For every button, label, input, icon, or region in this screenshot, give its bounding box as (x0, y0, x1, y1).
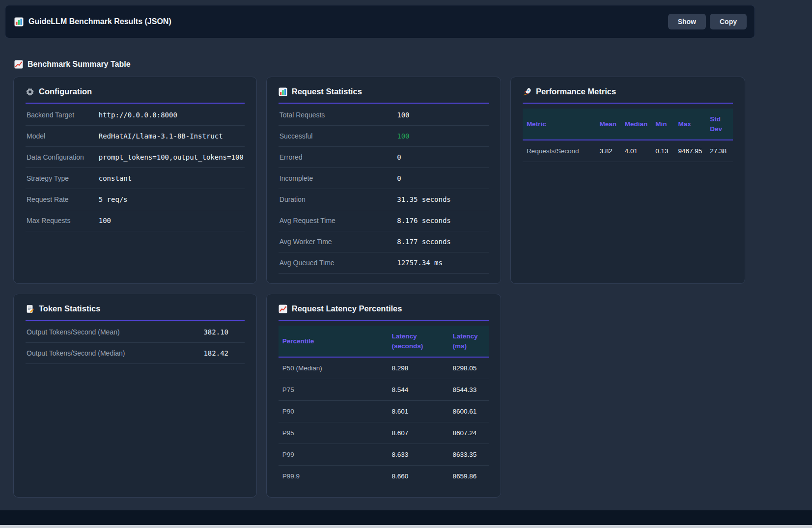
column-header: Latency (ms) (449, 326, 489, 357)
footer-bar (0, 510, 812, 525)
row-label: Duration (279, 189, 396, 210)
row-value: 8.176 seconds (396, 210, 489, 231)
show-button[interactable]: Show (668, 14, 706, 29)
latency-percentiles-table: Percentile Latency (seconds) Latency (ms… (279, 326, 489, 487)
cell-percentile: P95 (279, 422, 388, 444)
table-row: P99.9 8.660 8659.86 (279, 466, 489, 487)
content-container: GuideLLM Benchmark Results (JSON) Show C… (5, 5, 755, 498)
row-label: Incomplete (279, 168, 396, 189)
row-value: 31.35 seconds (396, 189, 489, 210)
row-value: 5 req/s (98, 189, 245, 210)
card-header: Configuration (26, 87, 245, 104)
cell-latency-ms: 8298.05 (449, 357, 489, 379)
column-header: Latency (seconds) (388, 326, 448, 357)
card-title: Configuration (39, 87, 92, 96)
row-label: Avg Queued Time (279, 252, 396, 274)
row-value: constant (98, 168, 245, 189)
row-label: Backend Target (26, 105, 98, 126)
row-value: prompt_tokens=100,output_tokens=100 (98, 147, 245, 168)
table-row: P95 8.607 8607.24 (279, 422, 489, 444)
latency-percentiles-card: Request Latency Percentiles Percentile L… (266, 294, 501, 498)
row-value: 8.177 seconds (396, 231, 489, 252)
table-row: Incomplete 0 (279, 168, 489, 189)
cell-percentile: P50 (Median) (279, 357, 388, 379)
header-bar: GuideLLM Benchmark Results (JSON) Show C… (5, 5, 755, 38)
row-value: 0 (396, 147, 489, 168)
column-header: Mean (596, 109, 621, 140)
header-actions: Show Copy (668, 14, 747, 29)
rocket-icon (523, 87, 532, 96)
row-value: RedHatAI/Llama-3.1-8B-Instruct (98, 126, 245, 147)
section-title-text: Benchmark Summary Table (28, 60, 131, 69)
request-statistics-card: Request Statistics Total Requests 100 Su… (266, 77, 501, 284)
card-title: Performance Metrics (536, 87, 616, 96)
table-row: Data Configuration prompt_tokens=100,out… (26, 147, 245, 168)
table-row: Backend Target http://0.0.0.0:8000 (26, 105, 245, 126)
table-row: Avg Worker Time 8.177 seconds (279, 231, 489, 252)
row-value: 182.42 (202, 343, 244, 364)
card-header: Request Statistics (279, 87, 489, 104)
line-chart-icon (279, 305, 287, 313)
cell-latency-seconds: 8.660 (388, 466, 448, 487)
table-row: Total Requests 100 (279, 105, 489, 126)
cell-min: 0.13 (651, 140, 674, 162)
cell-percentile: P90 (279, 401, 388, 422)
column-header: Metric (523, 109, 596, 140)
table-header-row: Percentile Latency (seconds) Latency (ms… (279, 326, 489, 357)
table-row: Avg Queued Time 12757.34 ms (279, 252, 489, 274)
card-title: Token Statistics (39, 304, 100, 313)
cell-percentile: P99 (279, 444, 388, 466)
cards-grid: Configuration Backend Target http://0.0.… (13, 77, 745, 498)
table-row: Successful 100 (279, 126, 489, 147)
token-statistics-card: Token Statistics Output Tokens/Second (M… (13, 294, 257, 498)
performance-metrics-table: Metric Mean Median Min Max Std Dev Reque… (523, 109, 733, 162)
table-row: Strategy Type constant (26, 168, 245, 189)
cell-latency-seconds: 8.298 (388, 357, 448, 379)
table-row: Duration 31.35 seconds (279, 189, 489, 210)
table-header-row: Metric Mean Median Min Max Std Dev (523, 109, 733, 140)
column-header: Min (651, 109, 674, 140)
column-header: Std Dev (706, 109, 733, 140)
card-title: Request Statistics (292, 87, 362, 96)
table-row: Request Rate 5 req/s (26, 189, 245, 210)
request-statistics-rows: Total Requests 100 Successful 100 Errore… (279, 105, 489, 274)
cell-latency-seconds: 8.544 (388, 379, 448, 401)
column-header: Max (674, 109, 706, 140)
row-value: 100 (396, 105, 489, 126)
row-label: Errored (279, 147, 396, 168)
table-row: Avg Request Time 8.176 seconds (279, 210, 489, 231)
card-title: Request Latency Percentiles (292, 304, 402, 313)
cell-percentile: P75 (279, 379, 388, 401)
table-row: Output Tokens/Second (Mean) 382.10 (26, 322, 245, 343)
row-label: Strategy Type (26, 168, 98, 189)
configuration-rows: Backend Target http://0.0.0.0:8000 Model… (26, 105, 245, 231)
cell-latency-ms: 8544.33 (449, 379, 489, 401)
table-row: Max Requests 100 (26, 210, 245, 231)
card-header: Token Statistics (26, 304, 245, 321)
table-row: P75 8.544 8544.33 (279, 379, 489, 401)
line-chart-icon (14, 60, 23, 69)
table-row: P99 8.633 8633.35 (279, 444, 489, 466)
table-row: Requests/Second 3.82 4.01 0.13 9467.95 2… (523, 140, 733, 162)
memo-icon (26, 305, 34, 313)
row-value: 382.10 (202, 322, 244, 343)
section-title: Benchmark Summary Table (14, 60, 755, 69)
row-label: Avg Request Time (279, 210, 396, 231)
row-value: http://0.0.0.0:8000 (98, 105, 245, 126)
table-row: Model RedHatAI/Llama-3.1-8B-Instruct (26, 126, 245, 147)
row-value: 100 (98, 210, 245, 231)
configuration-card: Configuration Backend Target http://0.0.… (13, 77, 257, 284)
row-label: Max Requests (26, 210, 98, 231)
cell-latency-ms: 8633.35 (449, 444, 489, 466)
cell-latency-seconds: 8.633 (388, 444, 448, 466)
table-row: Errored 0 (279, 147, 489, 168)
card-header: Request Latency Percentiles (279, 304, 489, 321)
cell-latency-seconds: 8.607 (388, 422, 448, 444)
column-header: Percentile (279, 326, 388, 357)
card-header: Performance Metrics (523, 87, 733, 104)
copy-button[interactable]: Copy (710, 14, 747, 29)
row-label: Avg Worker Time (279, 231, 396, 252)
page-title: GuideLLM Benchmark Results (JSON) (28, 17, 171, 26)
row-label: Output Tokens/Second (Mean) (26, 322, 202, 343)
cell-median: 4.01 (621, 140, 652, 162)
